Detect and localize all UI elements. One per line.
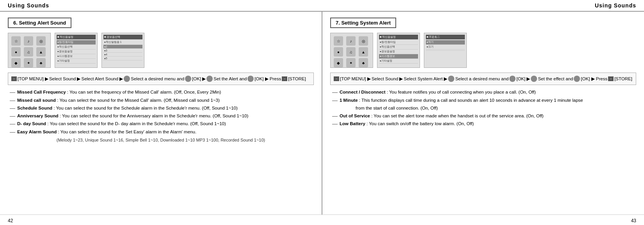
footer-left-page: 42 <box>8 218 13 223</box>
minus-icon-right2: − <box>608 76 614 81</box>
right-bullet-line-3 <box>332 116 338 117</box>
left-screenshots: ☆ ♪ ◎ ● ♫ ▲ ◆ ✦ ♣ ■ 착신음설정 ●링/진동타입 ●착신음선택 <box>8 33 314 68</box>
right-bullet-list: Connect / Disconnect : You feature notif… <box>332 89 636 127</box>
left-instruction-line: − [TOP MENU] ▶ Select Sound ▶ Select Ale… <box>11 75 310 82</box>
right-instr-4: Select a desired menu and <box>455 75 509 82</box>
right-section-title: 7. Setting System Alert <box>330 18 396 28</box>
right-instr-7: [OK] ▶ Press <box>581 75 607 82</box>
bullet-text-4: Anniversary Sound : You can select the s… <box>17 113 314 119</box>
icon-7: ◆ <box>11 58 21 67</box>
header-left-title: Using Sounds <box>8 2 49 9</box>
left-section-title: 6. Setting Alert Sound <box>8 18 71 28</box>
bullet-item-3: Schedule Sound : You can select the soun… <box>10 105 314 112</box>
right-indent-1: from the start of call connection. (On, … <box>332 105 636 112</box>
bullet-text-5: D- day Sound : You can select the sound … <box>17 120 314 127</box>
icon-8: ✦ <box>24 58 33 67</box>
icon-9: ♣ <box>36 58 46 67</box>
bullet-line-2 <box>10 101 15 101</box>
right-bullet-line-2 <box>332 101 338 101</box>
right-icon-9: ♣ <box>359 58 368 67</box>
melody-note: (Melody 1~23, Unique Sound 1~16, Simple … <box>8 138 314 142</box>
icon-6: ▲ <box>36 47 46 57</box>
bullet-item-5: D- day Sound : You can select the sound … <box>10 120 314 127</box>
right-bullet-2: 1 Minute : This function displays call t… <box>332 97 636 104</box>
minus-icon-left: − <box>11 76 17 81</box>
right-circle-3 <box>531 76 537 82</box>
bullet-item-4: Anniversary Sound : You can select the s… <box>10 113 314 119</box>
right-instr-5: [OK] ▶ <box>516 75 530 82</box>
right-instr-8: [STORE] <box>614 75 632 82</box>
footer-right-page: 43 <box>631 218 636 223</box>
header: Using Sounds Using Sounds <box>0 0 644 12</box>
right-circle-4 <box>574 76 580 82</box>
left-panel: 6. Setting Alert Sound ☆ ♪ ◎ ● ♫ ▲ ◆ ✦ ♣ <box>0 12 322 214</box>
right-circle-1 <box>448 76 454 82</box>
left-instr-3: Select Alert Sound ▶ <box>81 75 123 82</box>
right-screenshots: ☆ ♪ ◎ ● ♫ ▲ ◆ ✦ ♣ ■ 착신음설정 ●링/진동타입 ●착신음선택 <box>330 33 636 68</box>
bullet-item-6: Easy Alarm Sound : You can select the so… <box>10 129 314 135</box>
right-icon-5: ♫ <box>346 47 356 57</box>
right-instruction-line: − [TOP MENU] ▶ Select Sound ▶ Select Sys… <box>334 75 633 82</box>
bullet-item-2: Missed call sound : You can select the s… <box>10 97 314 104</box>
right-bullet-line-1 <box>332 92 338 93</box>
icon-2: ♪ <box>24 36 33 46</box>
right-bullet-3: Out of Service : You can set the alert t… <box>332 113 636 119</box>
icon-1: ☆ <box>11 36 21 46</box>
right-instr-3: Select System Alert ▶ <box>404 75 447 82</box>
icon-3: ◎ <box>36 36 46 46</box>
right-icon-3: ◎ <box>359 36 368 46</box>
bullet-text-3: Schedule Sound : You can select the soun… <box>17 105 314 112</box>
right-bullet-4: Low Battery : You can switch on/off the … <box>332 120 636 127</box>
screenshot-1: ☆ ♪ ◎ ● ♫ ▲ ◆ ✦ ♣ <box>8 33 51 68</box>
bullet-line-1 <box>10 92 15 93</box>
bullet-text-2: Missed call sound : You can select the s… <box>17 97 314 104</box>
header-right-title: Using Sounds <box>595 2 636 9</box>
minus-icon-left2: − <box>282 76 287 81</box>
left-instr-5: [OK] ▶ <box>192 75 206 82</box>
circle-icon-1 <box>124 76 130 82</box>
bullet-text-6: Easy Alarm Sound : You can select the so… <box>17 129 314 135</box>
bullet-item-1: Missed Call Frequency : You can set the … <box>10 89 314 96</box>
right-icon-7: ◆ <box>334 58 343 67</box>
left-instr-7: [OK] ▶ Press <box>254 75 281 82</box>
right-instr-1: [TOP MENU] ▶ <box>340 75 371 82</box>
right-icon-2: ♪ <box>346 36 356 46</box>
bullet-line-5 <box>10 124 15 124</box>
left-instr-6: Set the Alert and <box>213 75 247 82</box>
icon-4: ● <box>11 47 21 57</box>
right-panel: 7. Setting System Alert ☆ ♪ ◎ ● ♫ ▲ ◆ ✦ … <box>322 12 644 214</box>
right-circle-2 <box>509 76 516 82</box>
right-screenshot-1: ☆ ♪ ◎ ● ♫ ▲ ◆ ✦ ♣ <box>330 33 373 68</box>
left-instr-1: [TOP MENU] ▶ <box>18 75 48 82</box>
circle-icon-3 <box>206 76 213 82</box>
bullet-line-3 <box>10 108 15 109</box>
circle-icon-2 <box>185 76 191 82</box>
right-bullet-text-1: Connect / Disconnect : You feature notif… <box>340 89 636 96</box>
right-instr-2: Select Sound ▶ <box>372 75 403 82</box>
right-icon-1: ☆ <box>334 36 343 46</box>
screenshot-2: ■ 착신음설정 ●링/진동타입 ●착신음선택 ●경보음설정 ●시스템경보 ●기타… <box>55 33 98 68</box>
circle-icon-4 <box>247 76 254 82</box>
bullet-line-4 <box>10 116 15 117</box>
right-icon-8: ✦ <box>346 58 356 67</box>
right-bullet-line-4 <box>332 124 338 124</box>
screenshot-3: ■ 경보음선택 ●착신알림음 1 ●2 ●3 ●4 ●5 <box>101 33 144 68</box>
right-icon-4: ● <box>334 47 343 57</box>
right-bullet-text-4: Low Battery : You can switch on/off the … <box>340 120 636 127</box>
right-instr-6: Set the effect and <box>538 75 573 82</box>
right-screenshot-2: ■ 착신음설정 ●링/진동타입 ●착신음선택 ●경보음설정 ●시스템경보 ●기타… <box>377 33 420 68</box>
bullet-line-6 <box>10 132 15 133</box>
left-instr-2: Select Sound ▶ <box>49 75 81 82</box>
left-instruction-box: − [TOP MENU] ▶ Select Sound ▶ Select Ale… <box>8 73 314 85</box>
right-bullet-1: Connect / Disconnect : You feature notif… <box>332 89 636 96</box>
footer: 42 43 <box>0 214 644 225</box>
right-instruction-box: − [TOP MENU] ▶ Select Sound ▶ Select Sys… <box>330 73 636 85</box>
left-instr-8: [STORE] <box>288 75 306 82</box>
left-instr-4: Select a desired menu and <box>131 75 184 82</box>
right-icon-6: ▲ <box>359 47 368 57</box>
right-bullet-text-2: 1 Minute : This function displays call t… <box>340 97 636 104</box>
icon-5: ♫ <box>24 47 33 57</box>
right-screenshot-3: ■ 不定名二 ●착기 ●끄기 <box>424 33 467 68</box>
left-bullet-list: Missed Call Frequency : You can set the … <box>10 89 314 135</box>
bullet-text-1: Missed Call Frequency : You can set the … <box>17 89 314 96</box>
